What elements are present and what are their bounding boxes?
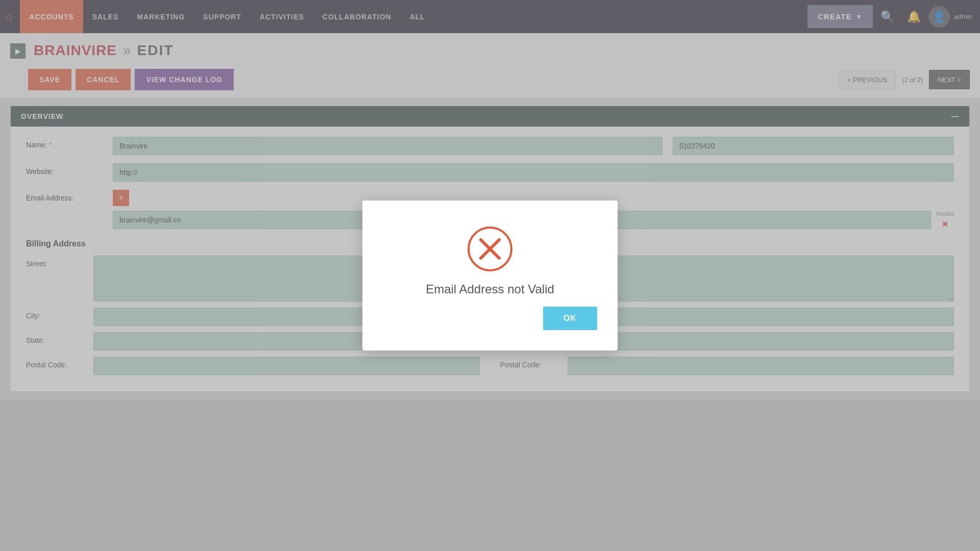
- error-modal: Email Address not Valid OK: [362, 201, 618, 350]
- modal-overlay: Email Address not Valid OK: [0, 0, 980, 551]
- modal-ok-button[interactable]: OK: [543, 307, 597, 330]
- error-icon: [467, 226, 513, 272]
- modal-message: Email Address not Valid: [426, 282, 554, 296]
